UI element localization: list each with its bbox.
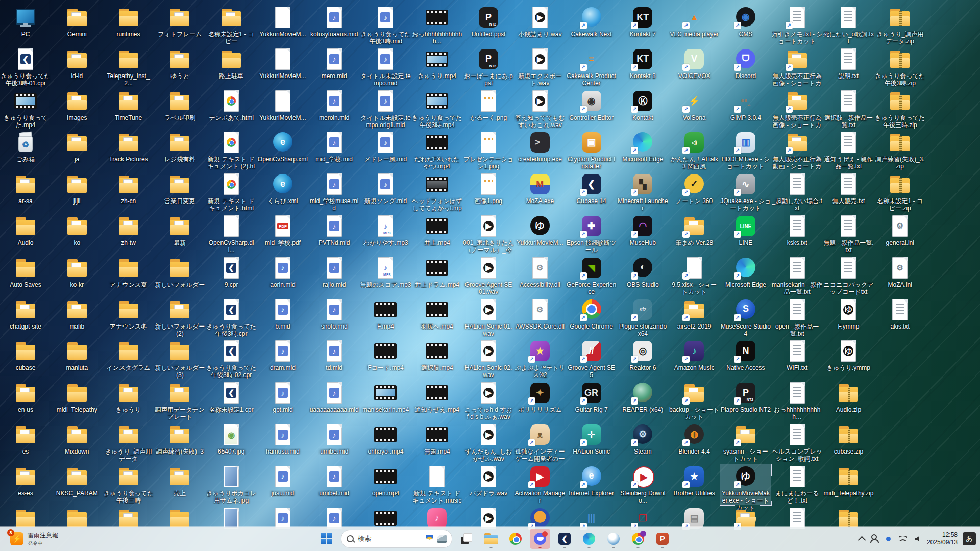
desktop-icon[interactable]: midi_Telepathy.zip [823, 464, 874, 505]
desktop-icon[interactable]: ♪mero.mid [309, 47, 360, 88]
desktop-icon[interactable]: eくらび.xml [257, 172, 308, 213]
desktop-icon[interactable]: ♪きゅうり食ってた午後3時.mid [360, 5, 411, 46]
desktop-icon[interactable]: 画像1.png [463, 172, 514, 213]
desktop-icon[interactable]: ✛↗HALion Sonic [566, 422, 617, 463]
desktop-icon[interactable]: きゅうり_調声用データ [103, 422, 154, 463]
desktop-icon[interactable]: きゅうり食ってた.mp4 [0, 89, 51, 130]
desktop-icon[interactable]: 新しいフォルダー [154, 256, 205, 296]
desktop-icon[interactable]: ko-kr [52, 256, 103, 296]
desktop-icon[interactable]: ksks.txt [772, 214, 823, 255]
taskbar-app-cubase[interactable]: ❮ [554, 529, 575, 549]
desktop-icon[interactable]: ▶Groove Agent SE 01.wav [463, 256, 514, 296]
desktop-icon[interactable]: 無人販売.txt [823, 172, 874, 213]
desktop-icon[interactable]: ◍↗Blender 4.4 [669, 422, 720, 463]
desktop-icon[interactable]: ↗Microsoft Edge [617, 130, 668, 171]
desktop-icon[interactable]: Gemini [52, 5, 103, 46]
desktop-icon[interactable]: GR↗Guitar Rig 7 [566, 381, 617, 421]
desktop-icon[interactable]: まにまにわーるど！.txt [772, 464, 823, 505]
desktop-icon[interactable]: ▶001_東北きりたん（ノーマル）_今じゃ… [463, 214, 514, 255]
desktop-icon[interactable]: ↗無人販売不正行為動画 - ショートカット [772, 130, 823, 171]
desktop-icon[interactable]: ❮きゅうり食ってた午後3時-02.cpr [206, 339, 257, 380]
desktop-icon[interactable]: ja [52, 130, 103, 171]
desktop-icon[interactable]: 新規 テキスト ドキュメント (2).html [206, 130, 257, 171]
desktop-icon[interactable]: TimeTune [103, 89, 154, 130]
desktop-icon[interactable]: ❮名称未設定1.cpr [206, 381, 257, 421]
desktop-icon[interactable]: OpenCvSharp.dll... [206, 214, 257, 255]
desktop-icon[interactable]: ♪新規ソング.mid [360, 172, 411, 213]
taskbar-app-powerpoint[interactable]: P [652, 529, 673, 549]
desktop-icon[interactable]: _起動しない場合.txt [772, 172, 823, 213]
desktop-icon[interactable]: sfz↗Plogue sforzando x64 [617, 297, 668, 338]
desktop-icon[interactable]: ♪mid_学校.mid [309, 130, 360, 171]
desktop-icon[interactable]: Fコード.mp4 [360, 339, 411, 380]
desktop-icon[interactable]: ♪PVTNd.mid [309, 214, 360, 255]
desktop-icon[interactable]: YukkuriMovieM... [257, 5, 308, 46]
desktop-icon[interactable]: きゅうり食ってた午後3時.zip [874, 47, 925, 88]
desktop-icon[interactable]: 新規 テキスト ドキュメント.musicxml [411, 464, 462, 505]
desktop-icon[interactable]: en-us [0, 381, 51, 421]
desktop-icon[interactable]: 調声練習(失敗)_3.zip [874, 130, 925, 171]
desktop-icon[interactable]: 路上駐車 [206, 47, 257, 88]
volume-icon[interactable] [913, 534, 922, 543]
desktop-icon[interactable]: ↗Cakewalk Next [566, 5, 617, 46]
desktop-icon[interactable]: NKSC_PARAM [52, 464, 103, 505]
desktop-icon[interactable]: ♪↗Amazon Music [669, 339, 720, 380]
desktop-icon[interactable]: ♪MP3無題のスコア.mp3 [360, 256, 411, 296]
desktop-icon[interactable]: open.mp4 [360, 464, 411, 505]
desktop-icon[interactable]: ゆきゅうり.ymmp [823, 339, 874, 380]
desktop-icon[interactable]: ★↗Brother Utilities [669, 464, 720, 505]
taskbar-clock[interactable]: 12:58 2025/09/13 [927, 531, 958, 546]
desktop-icon[interactable]: 新しいフォルダー (3) [154, 339, 205, 380]
desktop-icon[interactable]: Auto Saves [0, 256, 51, 296]
desktop-icon[interactable]: runtimes [103, 5, 154, 46]
desktop-icon[interactable]: ❮9.cpr [206, 256, 257, 296]
desktop-icon[interactable]: ♪タイトル未設定.tempo.mid [360, 47, 411, 88]
desktop-icon[interactable]: 名称未設定1 - コピー [206, 5, 257, 46]
desktop-icon[interactable]: 無題 - 親作品一覧.txt [823, 214, 874, 255]
desktop-icon[interactable]: ∿↗JQuake.exe - ショートカット [720, 172, 771, 213]
desktop-icon[interactable]: ♪umibet.mid [309, 464, 360, 505]
desktop-icon[interactable]: manisekarin - 親作品一覧.txt [772, 256, 823, 296]
desktop-icon[interactable]: ♪meroin.mid [309, 89, 360, 130]
desktop-icon[interactable]: かるーく.png [463, 89, 514, 130]
desktop-icon[interactable]: ▶パズドラ.wav [463, 464, 514, 505]
desktop-icon[interactable]: ▶小銭詰まり.wav [514, 5, 566, 46]
desktop-icon[interactable]: YukkuriMovieM... [257, 89, 308, 130]
desktop-icon[interactable]: 羽尻へ.mp4 [411, 297, 462, 338]
desktop-icon[interactable]: ko [52, 214, 103, 255]
desktop-icon[interactable]: ◠↗MuseHub [617, 214, 668, 255]
desktop-icon[interactable]: KT↗Kontakt 7 [617, 5, 668, 46]
desktop-icon[interactable]: 選択肢.mp4 [411, 339, 462, 380]
desktop-icon[interactable]: 調声用データテンプレート [154, 381, 205, 421]
desktop-icon[interactable]: きゅうり食ってた午後三時.zip [874, 89, 925, 130]
desktop-icon[interactable]: ↗9.5.xlsx - ショートカット [669, 256, 720, 296]
desktop-icon[interactable]: ✦↗ポリリリリズム [514, 381, 566, 421]
desktop-icon[interactable]: ✓↗ノートン 360 [669, 172, 720, 213]
desktop-icon[interactable]: ⚙general.ini [874, 214, 925, 255]
desktop-icon[interactable]: manisekarin.mp4 [360, 381, 411, 421]
desktop-icon[interactable]: きゅうり [103, 381, 154, 421]
taskbar-app-chrome-2[interactable] [628, 529, 648, 549]
desktop-icon[interactable]: ヘッドフォンはずしててよがっt.mp4 [411, 172, 462, 213]
desktop-icon[interactable]: きゅうり.mp4 [411, 47, 462, 88]
desktop-icon[interactable]: WIFI.txt [772, 339, 823, 380]
desktop-icon[interactable]: ♪jusu.mid [257, 464, 308, 505]
desktop-icon[interactable]: e↗Internet Explorer [566, 464, 617, 505]
desktop-icon[interactable]: Telepathy_Inst_2... [103, 47, 154, 88]
wifi-icon[interactable] [898, 534, 908, 543]
desktop-icon[interactable]: ▶新規エクスポート.wav [514, 47, 566, 88]
desktop-icon[interactable]: ▶HALion Sonic 02.wav [463, 339, 514, 380]
desktop-icon[interactable]: V↗VOICEVOX [669, 47, 720, 88]
desktop-icon[interactable]: ◎↗Reaktor 6 [617, 339, 668, 380]
desktop-icon[interactable]: レジ袋有料 [154, 130, 205, 171]
desktop-icon[interactable]: ▶HALion Sonic 01.wav [463, 297, 514, 338]
desktop-icon[interactable]: KT↗Kontakt 8 [617, 47, 668, 88]
taskbar-app-sphere[interactable] [603, 529, 624, 549]
desktop-icon[interactable]: ❮きゅうり食ってた午後3時-01.cpr [0, 47, 51, 88]
desktop-icon[interactable]: ▶ずんだもん_しおかぜふ.wav [463, 422, 514, 463]
desktop-icon[interactable]: 新規 テキスト ドキュメント.html [206, 172, 257, 213]
desktop-icon[interactable]: ar-sa [0, 172, 51, 213]
desktop-icon[interactable]: ohhayo-.mp4 [360, 422, 411, 463]
desktop-icon[interactable]: PDFmid_学校.pdf [257, 214, 308, 255]
desktop-icon[interactable]: きゅうり_調声用データ.zip [874, 5, 925, 46]
